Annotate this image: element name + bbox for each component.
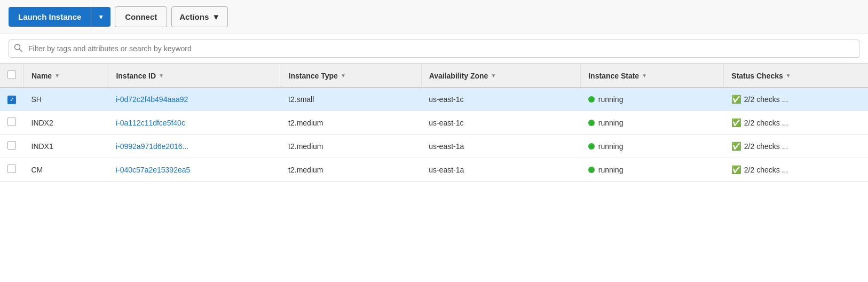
state-indicator-icon — [588, 143, 595, 150]
state-label: running — [598, 142, 624, 151]
row-instance-id[interactable]: i-0a112c11dfce5f40c — [108, 111, 281, 135]
table-header-row: Name ▼ Instance ID ▼ Instance Type ▼ — [0, 64, 868, 88]
actions-label: Actions — [179, 12, 209, 21]
table-row[interactable]: INDX2i-0a112c11dfce5f40ct2.mediumus-east… — [0, 111, 868, 135]
col-header-checks-label: Status Checks — [731, 72, 783, 80]
select-all-header[interactable] — [0, 64, 24, 88]
row-instance-id[interactable]: i-0992a971d6e2016... — [108, 135, 281, 158]
row-checkbox-cell[interactable] — [0, 135, 24, 158]
check-circle-icon: ✅ — [731, 165, 741, 175]
row-instance-state: running — [581, 135, 724, 158]
connect-button[interactable]: Connect — [115, 6, 167, 27]
sort-icon-name: ▼ — [54, 73, 60, 79]
search-bar — [0, 34, 868, 64]
row-instance-type: t2.medium — [281, 135, 421, 158]
row-name: INDX2 — [24, 111, 108, 135]
launch-instance-dropdown-button[interactable]: ▼ — [91, 7, 111, 27]
row-status-checks: ✅ 2/2 checks ... — [724, 135, 868, 158]
row-availability-zone: us-east-1c — [421, 111, 581, 135]
state-indicator-icon — [588, 167, 595, 173]
row-instance-type: t2.small — [281, 88, 421, 111]
search-wrapper — [9, 40, 859, 58]
check-circle-icon: ✅ — [731, 118, 741, 128]
col-header-instance-id[interactable]: Instance ID ▼ — [108, 64, 281, 88]
col-header-status-checks[interactable]: Status Checks ▼ — [724, 64, 868, 88]
state-indicator-icon — [588, 120, 595, 126]
row-instance-id[interactable]: i-040c57a2e15392ea5 — [108, 158, 281, 182]
row-instance-state: running — [581, 111, 724, 135]
table-body: ✓SHi-0d72c2f4b494aaa92t2.smallus-east-1c… — [0, 88, 868, 182]
row-checkbox[interactable] — [7, 141, 16, 150]
row-checkbox[interactable] — [7, 164, 16, 173]
row-status-checks: ✅ 2/2 checks ... — [724, 158, 868, 182]
row-checkbox-cell[interactable] — [0, 111, 24, 135]
col-header-instance-type[interactable]: Instance Type ▼ — [281, 64, 421, 88]
sort-icon-az: ▼ — [491, 73, 496, 79]
row-checkbox-cell[interactable] — [0, 158, 24, 182]
sort-icon-instance-id: ▼ — [159, 73, 164, 79]
chevron-down-icon: ▼ — [212, 12, 220, 21]
row-checkbox[interactable] — [7, 118, 16, 126]
chevron-down-icon: ▼ — [98, 13, 104, 21]
state-label: running — [598, 119, 624, 127]
row-availability-zone: us-east-1a — [421, 135, 581, 158]
check-circle-icon: ✅ — [731, 142, 741, 151]
col-header-instance-type-label: Instance Type — [289, 72, 338, 80]
row-status-checks: ✅ 2/2 checks ... — [724, 111, 868, 135]
sort-icon-instance-type: ▼ — [341, 73, 346, 79]
launch-instance-group: Launch Instance ▼ — [9, 7, 111, 27]
row-instance-state: running — [581, 158, 724, 182]
select-all-checkbox[interactable] — [7, 70, 16, 79]
col-header-az-label: Availability Zone — [429, 72, 488, 80]
col-header-instance-id-label: Instance ID — [116, 72, 156, 80]
row-availability-zone: us-east-1c — [421, 88, 581, 111]
toolbar: Launch Instance ▼ Connect Actions ▼ — [0, 0, 868, 34]
row-instance-state: running — [581, 88, 724, 111]
state-label: running — [598, 166, 624, 174]
checks-label: 2/2 checks ... — [744, 95, 788, 104]
sort-icon-state: ▼ — [642, 73, 647, 79]
table-row[interactable]: INDX1i-0992a971d6e2016...t2.mediumus-eas… — [0, 135, 868, 158]
row-status-checks: ✅ 2/2 checks ... — [724, 88, 868, 111]
checks-label: 2/2 checks ... — [744, 119, 788, 127]
checks-label: 2/2 checks ... — [744, 142, 788, 151]
row-instance-type: t2.medium — [281, 111, 421, 135]
launch-instance-button[interactable]: Launch Instance — [9, 7, 91, 27]
checks-label: 2/2 checks ... — [744, 166, 788, 174]
search-input[interactable] — [9, 40, 859, 58]
state-indicator-icon — [588, 96, 595, 103]
actions-button[interactable]: Actions ▼ — [171, 6, 228, 27]
row-name: CM — [24, 158, 108, 182]
table-row[interactable]: ✓SHi-0d72c2f4b494aaa92t2.smallus-east-1c… — [0, 88, 868, 111]
row-checkbox[interactable]: ✓ — [7, 96, 16, 104]
table-row[interactable]: CMi-040c57a2e15392ea5t2.mediumus-east-1a… — [0, 158, 868, 182]
col-header-availability-zone[interactable]: Availability Zone ▼ — [421, 64, 581, 88]
state-label: running — [598, 95, 624, 104]
sort-icon-checks: ▼ — [786, 73, 791, 79]
row-checkbox-cell[interactable]: ✓ — [0, 88, 24, 111]
col-header-name-label: Name — [31, 72, 52, 80]
instances-table-container: Name ▼ Instance ID ▼ Instance Type ▼ — [0, 64, 868, 182]
col-header-name[interactable]: Name ▼ — [24, 64, 108, 88]
check-circle-icon: ✅ — [731, 95, 741, 104]
row-availability-zone: us-east-1a — [421, 158, 581, 182]
col-header-instance-state[interactable]: Instance State ▼ — [581, 64, 724, 88]
row-instance-type: t2.medium — [281, 158, 421, 182]
instances-table: Name ▼ Instance ID ▼ Instance Type ▼ — [0, 64, 868, 182]
row-instance-id[interactable]: i-0d72c2f4b494aaa92 — [108, 88, 281, 111]
row-name: INDX1 — [24, 135, 108, 158]
col-header-state-label: Instance State — [588, 72, 639, 80]
row-name: SH — [24, 88, 108, 111]
